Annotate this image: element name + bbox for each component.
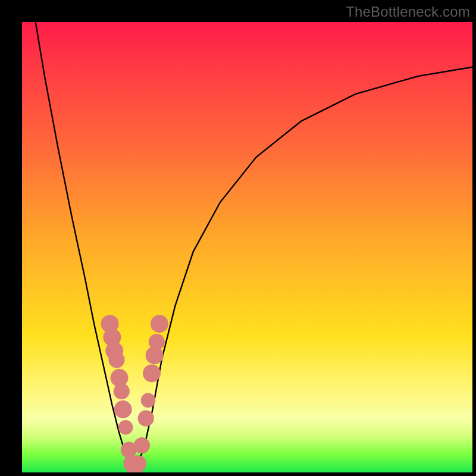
highlight-dot [134,437,150,453]
highlight-dot [118,420,133,435]
chart-svg [22,22,472,472]
highlight-dot [108,352,124,368]
highlight-dot [149,334,165,350]
highlight-dot [151,315,168,333]
highlight-dot [114,400,132,418]
highlight-dot [114,383,130,399]
outer-frame: TheBottleneck.com [0,0,476,476]
watermark-text: TheBottleneck.com [346,4,470,20]
highlight-dot [138,411,154,427]
highlight-dot [143,365,161,383]
highlight-dot [141,393,156,408]
plot-area [22,22,472,472]
bottleneck-curve [36,22,472,468]
highlight-dot [130,455,146,471]
highlight-dots [101,315,168,472]
